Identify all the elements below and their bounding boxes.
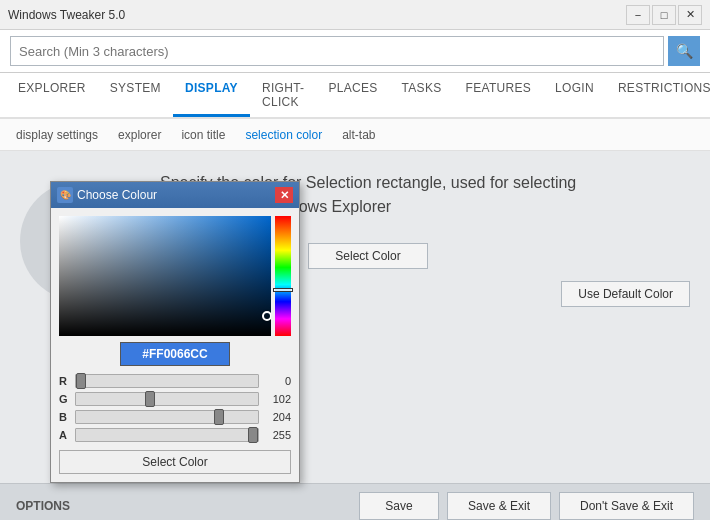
search-bar: 🔍: [0, 30, 710, 73]
hue-cursor: [273, 288, 293, 292]
dialog-close-button[interactable]: ✕: [275, 187, 293, 203]
slider-g-thumb[interactable]: [145, 391, 155, 407]
nav-tasks[interactable]: TASKS: [390, 73, 454, 117]
dialog-title: Choose Colour: [77, 188, 275, 202]
gradient-cursor[interactable]: [262, 311, 271, 321]
nav-features[interactable]: FEATURES: [454, 73, 544, 117]
save-exit-button[interactable]: Save & Exit: [447, 492, 551, 520]
slider-g: G 102: [59, 392, 291, 406]
title-bar: Windows Tweaker 5.0 − □ ✕: [0, 0, 710, 30]
close-button[interactable]: ✕: [678, 5, 702, 25]
slider-b-label: B: [59, 411, 71, 423]
slider-b-thumb[interactable]: [214, 409, 224, 425]
hue-strip[interactable]: [275, 216, 291, 336]
slider-a-value: 255: [263, 429, 291, 441]
dialog-select-color-button[interactable]: Select Color: [59, 450, 291, 474]
nav-right-click[interactable]: RIGHT-CLICK: [250, 73, 316, 117]
footer-options-label: OPTIONS: [16, 499, 359, 513]
use-default-color-button[interactable]: Use Default Color: [561, 281, 690, 307]
hex-row: [59, 342, 291, 366]
slider-a: A 255: [59, 428, 291, 442]
search-icon: 🔍: [676, 43, 693, 59]
main-navigation: EXPLORER SYSTEM DISPLAY RIGHT-CLICK PLAC…: [0, 73, 710, 119]
maximize-button[interactable]: □: [652, 5, 676, 25]
search-button[interactable]: 🔍: [668, 36, 700, 66]
nav-login[interactable]: LOGIN: [543, 73, 606, 117]
app-title: Windows Tweaker 5.0: [8, 8, 626, 22]
hex-input[interactable]: [120, 342, 230, 366]
nav-restrictions[interactable]: RESTRICTIONS: [606, 73, 710, 117]
subnav-display-settings[interactable]: display settings: [14, 122, 100, 148]
dialog-titlebar: 🎨 Choose Colour ✕: [51, 182, 299, 208]
dialog-icon: 🎨: [57, 187, 73, 203]
slider-r-label: R: [59, 375, 71, 387]
nav-system[interactable]: SYSTEM: [98, 73, 173, 117]
slider-g-track[interactable]: [75, 392, 259, 406]
save-button[interactable]: Save: [359, 492, 439, 520]
sub-navigation: display settings explorer icon title sel…: [0, 119, 710, 151]
color-gradient-box[interactable]: [59, 216, 271, 336]
slider-r-track[interactable]: [75, 374, 259, 388]
minimize-button[interactable]: −: [626, 5, 650, 25]
search-input[interactable]: [10, 36, 664, 66]
slider-r: R 0: [59, 374, 291, 388]
footer-buttons: Save Save & Exit Don't Save & Exit: [359, 492, 694, 520]
content-area: Specify the color for Selection rectangl…: [0, 151, 710, 483]
dialog-body: R 0 G 102 B 204 A: [51, 208, 299, 482]
footer-bar: OPTIONS Save Save & Exit Don't Save & Ex…: [0, 483, 710, 520]
select-color-button[interactable]: Select Color: [308, 243, 428, 269]
nav-places[interactable]: PLACES: [316, 73, 389, 117]
slider-r-value: 0: [263, 375, 291, 387]
window-controls: − □ ✕: [626, 5, 702, 25]
subnav-icon-title[interactable]: icon title: [179, 122, 227, 148]
color-picker-dialog: 🎨 Choose Colour ✕ R: [50, 181, 300, 483]
subnav-alt-tab[interactable]: alt-tab: [340, 122, 377, 148]
slider-a-thumb[interactable]: [248, 427, 258, 443]
slider-b-track[interactable]: [75, 410, 259, 424]
slider-b-value: 204: [263, 411, 291, 423]
nav-explorer[interactable]: EXPLORER: [6, 73, 98, 117]
subnav-selection-color[interactable]: selection color: [243, 122, 324, 148]
slider-g-value: 102: [263, 393, 291, 405]
color-gradient-area[interactable]: [59, 216, 291, 336]
slider-g-label: G: [59, 393, 71, 405]
subnav-explorer[interactable]: explorer: [116, 122, 163, 148]
dont-save-exit-button[interactable]: Don't Save & Exit: [559, 492, 694, 520]
slider-a-track[interactable]: [75, 428, 259, 442]
slider-b: B 204: [59, 410, 291, 424]
slider-r-thumb[interactable]: [76, 373, 86, 389]
color-wheel-icon: 🎨: [60, 190, 71, 200]
slider-a-label: A: [59, 429, 71, 441]
nav-display[interactable]: DISPLAY: [173, 73, 250, 117]
